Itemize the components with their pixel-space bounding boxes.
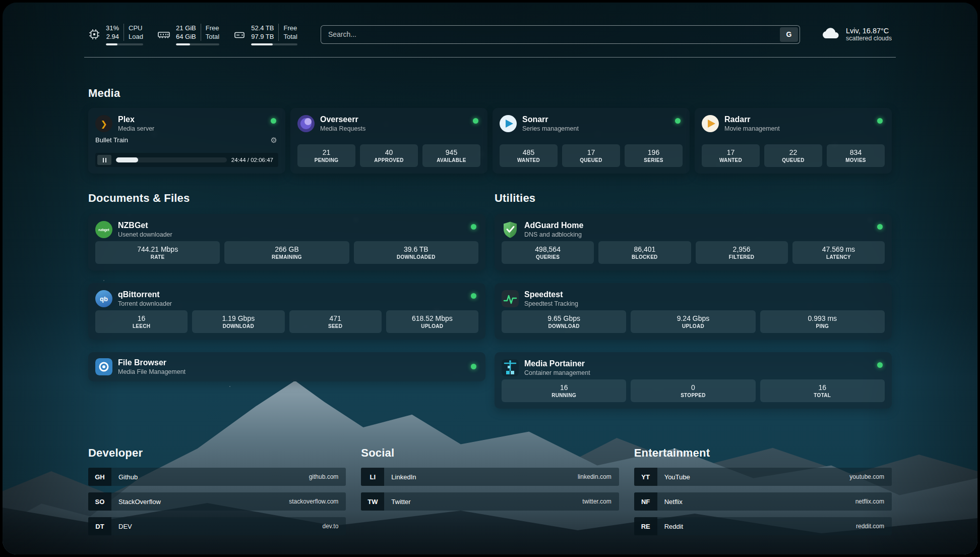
app-name: Media Portainer [524, 359, 590, 369]
app-description: Series management [522, 125, 579, 133]
app-description: Torrent downloader [118, 300, 172, 308]
app-name: File Browser [118, 358, 186, 368]
stat-filtered: 2,956 FILTERED [696, 241, 788, 264]
memory-label-top: Free [206, 24, 219, 32]
app-description: Movie management [724, 125, 780, 133]
playback-progress-track[interactable] [116, 157, 227, 162]
storage-metric: 52.4 TB 97.9 TB Free Total [233, 24, 297, 45]
search-engine-button[interactable]: G [780, 27, 798, 42]
stat-downloaded: 39.6 TB DOWNLOADED [354, 241, 478, 264]
bookmark-github[interactable]: GH Github github.com [88, 468, 346, 486]
bookmark-url: youtube.com [849, 473, 892, 480]
bookmark-name: Reddit [657, 523, 684, 530]
stat-queued: 17 QUEUED [562, 144, 620, 167]
bookmark-abbr: LI [361, 468, 384, 486]
playback-progress-fill [116, 157, 138, 162]
app-card-portainer[interactable]: Media Portainer Container management 16 … [495, 352, 892, 409]
status-online-dot [877, 362, 883, 368]
portainer-icon [502, 359, 519, 376]
bookmark-name: StackOverflow [111, 498, 161, 506]
social-bookmarks: Social LI LinkedIn linkedin.com TW Twitt… [361, 447, 619, 542]
storage-label-bottom: Total [283, 32, 297, 41]
settings-gear-icon[interactable]: ⚙ [271, 136, 277, 144]
stat-approved: 40 APPROVED [360, 144, 418, 167]
bookmark-abbr: YT [634, 468, 657, 486]
status-online-dot [675, 118, 681, 124]
bookmark-abbr: SO [88, 492, 111, 511]
stat-blocked: 86,401 BLOCKED [598, 241, 691, 264]
bookmark-abbr: DT [88, 517, 111, 535]
section-title-documents: Documents & Files [88, 192, 485, 205]
stat-latency: 47.569 ms LATENCY [792, 241, 885, 264]
status-online-dot [877, 118, 883, 124]
bookmark-dev[interactable]: DT DEV dev.to [88, 517, 346, 535]
section-title-media: Media [88, 87, 892, 100]
bookmark-stackoverflow[interactable]: SO StackOverflow stackoverflow.com [88, 492, 346, 511]
developer-bookmarks: Developer GH Github github.com SO StackO… [88, 447, 346, 542]
stat-leech: 16 LEECH [95, 310, 188, 333]
header-divider [84, 57, 896, 58]
bookmark-twitter[interactable]: TW Twitter twitter.com [361, 492, 619, 511]
storage-free-value: 52.4 TB [251, 24, 274, 32]
app-card-sonarr[interactable]: Sonarr Series management 485 WANTED 17 Q… [493, 108, 690, 174]
stat-wanted: 485 WANTED [500, 144, 558, 167]
stat-rate: 744.21 Mbps RATE [95, 241, 220, 264]
app-card-adguard[interactable]: AdGuard Home DNS and adblocking 498,564 … [495, 214, 892, 270]
app-card-speedtest[interactable]: Speedtest Speedtest Tracking 9.65 Gbps D… [495, 283, 892, 340]
app-description: Container management [524, 369, 590, 377]
hard-drive-icon [233, 28, 246, 40]
bookmark-name: Netflix [657, 498, 683, 506]
app-description: Media server [118, 125, 154, 133]
bookmark-linkedin[interactable]: LI LinkedIn linkedin.com [361, 468, 619, 486]
plex-icon: ❯ [95, 115, 112, 132]
bookmark-url: reddit.com [856, 523, 892, 530]
memory-total-value: 64 GiB [176, 32, 196, 41]
bookmark-reddit[interactable]: RE Reddit reddit.com [634, 517, 892, 535]
bookmark-url: dev.to [323, 523, 346, 530]
overseerr-icon [297, 115, 315, 132]
app-card-filebrowser[interactable]: File Browser Media File Management [88, 352, 485, 381]
bookmark-abbr: RE [634, 517, 657, 535]
app-card-overseerr[interactable]: Overseerr Media Requests 21 PENDING 40 A… [290, 108, 487, 174]
bookmark-netflix[interactable]: NF Netflix netflix.com [634, 492, 892, 511]
storage-progress-bar [251, 43, 297, 45]
stat-download: 1.19 Gbps DOWNLOAD [192, 310, 284, 333]
search-input[interactable] [321, 26, 780, 43]
pause-button[interactable] [97, 155, 111, 165]
weather-location: Lviv, 16.87°C [846, 27, 892, 35]
app-card-plex[interactable]: ❯ Plex Media server Bullet Train ⚙ [88, 108, 285, 174]
stat-queries: 498,564 QUERIES [502, 241, 594, 264]
bookmark-name: LinkedIn [384, 473, 416, 481]
bookmark-url: stackoverflow.com [289, 498, 346, 505]
app-description: Media Requests [320, 125, 365, 133]
app-card-radarr[interactable]: Radarr Movie management 17 WANTED 22 QUE… [695, 108, 892, 174]
sonarr-icon [500, 115, 517, 132]
status-online-dot [271, 118, 276, 124]
stat-total: 16 TOTAL [760, 379, 885, 402]
bookmark-abbr: NF [634, 492, 657, 511]
app-description: Usenet downloader [118, 231, 172, 239]
stat-download: 9.65 Gbps DOWNLOAD [502, 310, 626, 333]
now-playing-title: Bullet Train [95, 136, 128, 144]
stat-running: 16 RUNNING [502, 379, 626, 402]
cpu-load-value: 2.94 [106, 32, 119, 41]
status-online-dot [471, 364, 476, 369]
stat-upload: 9.24 Gbps UPLOAD [631, 310, 755, 333]
app-card-nzbget[interactable]: nzbget NZBGet Usenet downloader 744.21 M… [88, 214, 485, 270]
weather-widget[interactable]: Lviv, 16.87°C scattered clouds [821, 26, 892, 42]
stat-movies: 834 MOVIES [827, 144, 885, 167]
entertainment-bookmarks: Entertainment YT YouTube youtube.com NF … [634, 447, 892, 542]
qbittorrent-icon: qb [95, 290, 112, 307]
bookmark-url: netflix.com [855, 498, 892, 505]
bookmark-name: Twitter [384, 498, 410, 506]
status-online-dot [471, 293, 476, 299]
app-card-qbittorrent[interactable]: qb qBittorrent Torrent downloader 16 LEE… [88, 283, 485, 340]
plex-player-bar: 24:44 / 02:06:47 [95, 153, 278, 167]
bookmark-youtube[interactable]: YT YouTube youtube.com [634, 468, 892, 486]
stat-series: 196 SERIES [625, 144, 683, 167]
filebrowser-icon [95, 358, 112, 375]
cpu-label-top: CPU [129, 24, 143, 32]
app-name: Speedtest [524, 290, 578, 300]
memory-metric: 21 GiB 64 GiB Free Total [157, 24, 219, 45]
radarr-icon [702, 115, 719, 132]
